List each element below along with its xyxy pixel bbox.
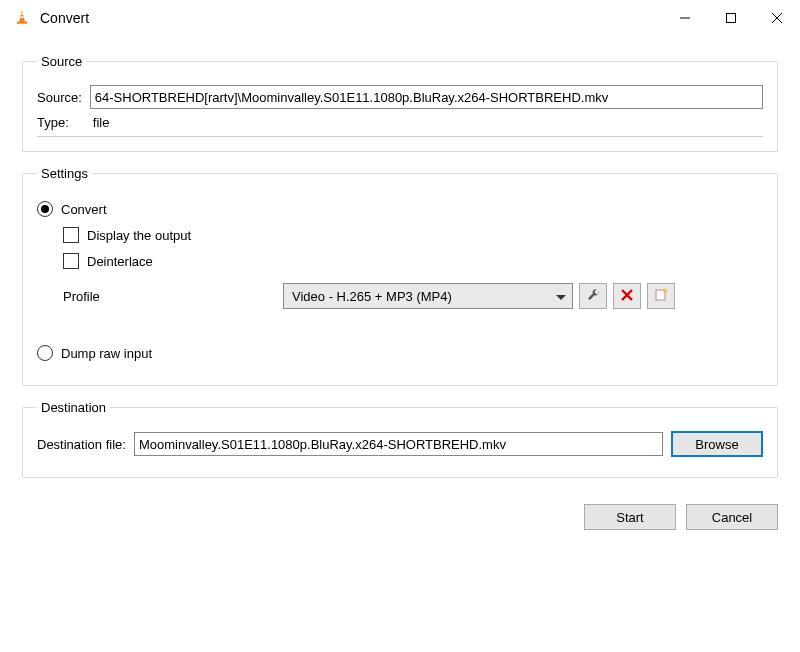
source-input[interactable]: [90, 85, 763, 109]
edit-profile-button[interactable]: [579, 283, 607, 309]
svg-rect-4: [727, 14, 736, 23]
delete-profile-button[interactable]: [613, 283, 641, 309]
type-label: Type:: [37, 115, 69, 130]
cancel-button[interactable]: Cancel: [686, 504, 778, 530]
maximize-button[interactable]: [708, 2, 754, 34]
browse-button[interactable]: Browse: [671, 431, 763, 457]
dump-radio[interactable]: Dump raw input: [37, 345, 763, 361]
svg-rect-0: [20, 13, 25, 14]
profile-dropdown[interactable]: Video - H.265 + MP3 (MP4): [283, 283, 573, 309]
close-button[interactable]: [754, 2, 800, 34]
radio-icon: [37, 345, 53, 361]
type-value: file: [93, 115, 110, 130]
destination-file-input[interactable]: [134, 432, 663, 456]
checkbox-icon: [63, 227, 79, 243]
window-controls: [662, 2, 800, 34]
start-button[interactable]: Start: [584, 504, 676, 530]
source-group: Source Source: Type: file: [22, 54, 778, 152]
settings-group: Settings Convert Display the output Dein…: [22, 166, 778, 386]
new-profile-button[interactable]: [647, 283, 675, 309]
destination-legend: Destination: [37, 400, 110, 415]
settings-legend: Settings: [37, 166, 92, 181]
display-output-check[interactable]: Display the output: [63, 227, 763, 243]
deinterlace-check[interactable]: Deinterlace: [63, 253, 763, 269]
wrench-icon: [586, 288, 600, 305]
destination-file-label: Destination file:: [37, 437, 126, 452]
convert-radio[interactable]: Convert: [37, 201, 763, 217]
dialog-body: Source Source: Type: file Settings Conve…: [0, 36, 800, 502]
display-output-label: Display the output: [87, 228, 191, 243]
new-icon: [654, 288, 668, 305]
titlebar: Convert: [0, 0, 800, 36]
profile-value: Video - H.265 + MP3 (MP4): [292, 289, 452, 304]
source-legend: Source: [37, 54, 86, 69]
svg-rect-2: [17, 21, 27, 23]
profile-label: Profile: [63, 289, 283, 304]
minimize-button[interactable]: [662, 2, 708, 34]
vlc-cone-icon: [14, 9, 30, 28]
radio-icon: [37, 201, 53, 217]
source-label: Source:: [37, 90, 82, 105]
x-icon: [621, 289, 633, 304]
chevron-down-icon: [556, 289, 566, 304]
svg-point-10: [663, 289, 667, 293]
deinterlace-label: Deinterlace: [87, 254, 153, 269]
dump-radio-label: Dump raw input: [61, 346, 152, 361]
svg-rect-1: [19, 16, 25, 17]
divider: [37, 136, 763, 137]
checkbox-icon: [63, 253, 79, 269]
window-title: Convert: [40, 10, 662, 26]
dialog-footer: Start Cancel: [0, 504, 800, 530]
convert-radio-label: Convert: [61, 202, 107, 217]
destination-group: Destination Destination file: Browse: [22, 400, 778, 478]
